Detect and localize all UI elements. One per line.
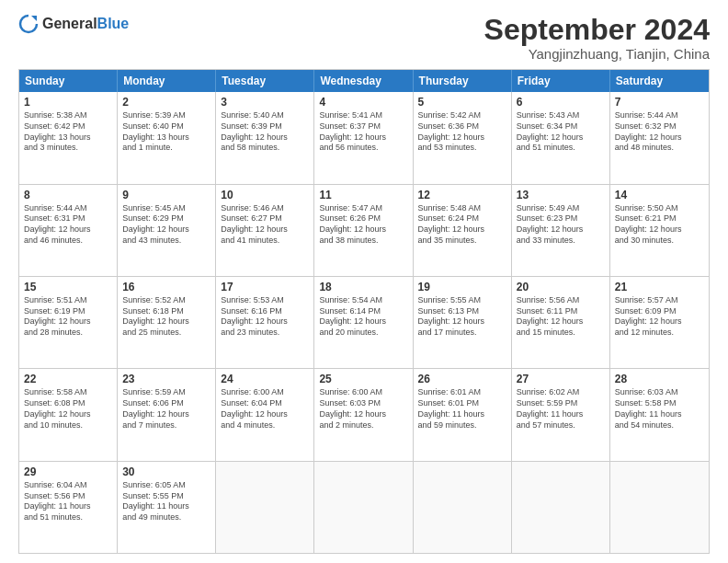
day-info: Sunrise: 5:58 AM Sunset: 6:08 PM Dayligh… <box>24 387 112 431</box>
page: GeneralBlue September 2024 Yangjinzhuang… <box>0 0 728 563</box>
calendar-cell: 7Sunrise: 5:44 AM Sunset: 6:32 PM Daylig… <box>610 92 709 183</box>
calendar-cell <box>216 462 314 553</box>
day-header-tuesday: Tuesday <box>216 70 314 92</box>
calendar-week-1: 1Sunrise: 5:38 AM Sunset: 6:42 PM Daylig… <box>19 92 709 183</box>
calendar-cell: 20Sunrise: 5:56 AM Sunset: 6:11 PM Dayli… <box>512 277 610 368</box>
day-header-thursday: Thursday <box>414 70 512 92</box>
day-number: 14 <box>615 188 704 202</box>
day-info: Sunrise: 6:05 AM Sunset: 5:55 PM Dayligh… <box>122 480 210 523</box>
day-number: 23 <box>122 372 210 386</box>
calendar-cell: 3Sunrise: 5:40 AM Sunset: 6:39 PM Daylig… <box>216 92 314 183</box>
day-info: Sunrise: 5:50 AM Sunset: 6:21 PM Dayligh… <box>615 203 704 247</box>
day-info: Sunrise: 5:44 AM Sunset: 6:32 PM Dayligh… <box>615 110 704 154</box>
day-number: 27 <box>517 372 605 386</box>
day-info: Sunrise: 6:00 AM Sunset: 6:03 PM Dayligh… <box>319 387 407 431</box>
day-number: 20 <box>517 280 605 294</box>
day-number: 17 <box>221 280 309 294</box>
calendar-week-3: 15Sunrise: 5:51 AM Sunset: 6:19 PM Dayli… <box>19 276 709 368</box>
calendar-cell: 11Sunrise: 5:47 AM Sunset: 6:26 PM Dayli… <box>314 185 413 276</box>
day-number: 29 <box>24 465 112 479</box>
day-info: Sunrise: 5:54 AM Sunset: 6:14 PM Dayligh… <box>319 295 407 339</box>
logo-icon <box>18 14 39 34</box>
calendar-cell: 16Sunrise: 5:52 AM Sunset: 6:18 PM Dayli… <box>118 277 216 368</box>
day-number: 25 <box>319 372 407 386</box>
logo: GeneralBlue <box>18 14 129 34</box>
day-info: Sunrise: 5:55 AM Sunset: 6:13 PM Dayligh… <box>418 295 506 339</box>
calendar-cell: 19Sunrise: 5:55 AM Sunset: 6:13 PM Dayli… <box>414 277 512 368</box>
day-number: 22 <box>24 372 112 386</box>
day-header-wednesday: Wednesday <box>314 70 413 92</box>
day-number: 10 <box>221 188 309 202</box>
day-header-saturday: Saturday <box>610 70 709 92</box>
calendar-cell: 26Sunrise: 6:01 AM Sunset: 6:01 PM Dayli… <box>414 369 512 460</box>
day-number: 6 <box>517 95 605 109</box>
day-number: 15 <box>24 280 112 294</box>
day-info: Sunrise: 6:00 AM Sunset: 6:04 PM Dayligh… <box>221 387 309 431</box>
calendar-cell: 15Sunrise: 5:51 AM Sunset: 6:19 PM Dayli… <box>19 277 118 368</box>
day-header-sunday: Sunday <box>19 70 118 92</box>
logo-text: GeneralBlue <box>42 16 129 32</box>
day-info: Sunrise: 5:49 AM Sunset: 6:23 PM Dayligh… <box>517 203 605 247</box>
calendar-cell: 2Sunrise: 5:39 AM Sunset: 6:40 PM Daylig… <box>118 92 216 183</box>
day-number: 21 <box>615 280 704 294</box>
calendar-cell: 10Sunrise: 5:46 AM Sunset: 6:27 PM Dayli… <box>216 185 314 276</box>
day-number: 16 <box>122 280 210 294</box>
calendar-cell <box>512 462 610 553</box>
day-number: 2 <box>122 95 210 109</box>
calendar-cell: 8Sunrise: 5:44 AM Sunset: 6:31 PM Daylig… <box>19 185 118 276</box>
calendar-header: SundayMondayTuesdayWednesdayThursdayFrid… <box>19 70 709 92</box>
day-number: 18 <box>319 280 407 294</box>
calendar-week-4: 22Sunrise: 5:58 AM Sunset: 6:08 PM Dayli… <box>19 368 709 460</box>
day-info: Sunrise: 5:39 AM Sunset: 6:40 PM Dayligh… <box>122 110 210 154</box>
location: Yangjinzhuang, Tianjin, China <box>484 46 710 62</box>
day-number: 8 <box>24 188 112 202</box>
calendar-cell: 6Sunrise: 5:43 AM Sunset: 6:34 PM Daylig… <box>512 92 610 183</box>
calendar-cell: 30Sunrise: 6:05 AM Sunset: 5:55 PM Dayli… <box>118 462 216 553</box>
day-number: 13 <box>517 188 605 202</box>
title-section: September 2024 Yangjinzhuang, Tianjin, C… <box>484 14 710 62</box>
day-number: 11 <box>319 188 407 202</box>
calendar-cell: 13Sunrise: 5:49 AM Sunset: 6:23 PM Dayli… <box>512 185 610 276</box>
day-info: Sunrise: 5:51 AM Sunset: 6:19 PM Dayligh… <box>24 295 112 339</box>
day-number: 3 <box>221 95 309 109</box>
day-info: Sunrise: 5:42 AM Sunset: 6:36 PM Dayligh… <box>418 110 506 154</box>
day-info: Sunrise: 5:52 AM Sunset: 6:18 PM Dayligh… <box>122 295 210 339</box>
calendar-cell: 17Sunrise: 5:53 AM Sunset: 6:16 PM Dayli… <box>216 277 314 368</box>
calendar-cell: 18Sunrise: 5:54 AM Sunset: 6:14 PM Dayli… <box>314 277 413 368</box>
day-header-monday: Monday <box>118 70 216 92</box>
day-number: 26 <box>418 372 506 386</box>
day-info: Sunrise: 6:04 AM Sunset: 5:56 PM Dayligh… <box>24 480 112 523</box>
calendar-cell: 27Sunrise: 6:02 AM Sunset: 5:59 PM Dayli… <box>512 369 610 460</box>
calendar-cell: 23Sunrise: 5:59 AM Sunset: 6:06 PM Dayli… <box>118 369 216 460</box>
day-info: Sunrise: 5:53 AM Sunset: 6:16 PM Dayligh… <box>221 295 309 339</box>
calendar-cell: 21Sunrise: 5:57 AM Sunset: 6:09 PM Dayli… <box>610 277 709 368</box>
day-number: 9 <box>122 188 210 202</box>
day-info: Sunrise: 5:46 AM Sunset: 6:27 PM Dayligh… <box>221 203 309 247</box>
day-number: 1 <box>24 95 112 109</box>
day-info: Sunrise: 5:57 AM Sunset: 6:09 PM Dayligh… <box>615 295 704 339</box>
day-info: Sunrise: 5:44 AM Sunset: 6:31 PM Dayligh… <box>24 203 112 247</box>
logo-blue: Blue <box>97 16 130 31</box>
calendar-cell: 12Sunrise: 5:48 AM Sunset: 6:24 PM Dayli… <box>414 185 512 276</box>
calendar: SundayMondayTuesdayWednesdayThursdayFrid… <box>18 69 710 554</box>
day-info: Sunrise: 5:41 AM Sunset: 6:37 PM Dayligh… <box>319 110 407 154</box>
day-info: Sunrise: 5:45 AM Sunset: 6:29 PM Dayligh… <box>122 203 210 247</box>
day-number: 12 <box>418 188 506 202</box>
calendar-cell: 9Sunrise: 5:45 AM Sunset: 6:29 PM Daylig… <box>118 185 216 276</box>
day-number: 5 <box>418 95 506 109</box>
calendar-week-5: 29Sunrise: 6:04 AM Sunset: 5:56 PM Dayli… <box>19 461 709 553</box>
day-info: Sunrise: 5:48 AM Sunset: 6:24 PM Dayligh… <box>418 203 506 247</box>
day-info: Sunrise: 5:43 AM Sunset: 6:34 PM Dayligh… <box>517 110 605 154</box>
day-info: Sunrise: 5:59 AM Sunset: 6:06 PM Dayligh… <box>122 387 210 431</box>
calendar-cell: 25Sunrise: 6:00 AM Sunset: 6:03 PM Dayli… <box>314 369 413 460</box>
calendar-body: 1Sunrise: 5:38 AM Sunset: 6:42 PM Daylig… <box>19 92 709 553</box>
day-info: Sunrise: 6:02 AM Sunset: 5:59 PM Dayligh… <box>517 387 605 431</box>
calendar-cell: 1Sunrise: 5:38 AM Sunset: 6:42 PM Daylig… <box>19 92 118 183</box>
day-number: 24 <box>221 372 309 386</box>
calendar-cell: 5Sunrise: 5:42 AM Sunset: 6:36 PM Daylig… <box>414 92 512 183</box>
calendar-cell: 24Sunrise: 6:00 AM Sunset: 6:04 PM Dayli… <box>216 369 314 460</box>
day-info: Sunrise: 5:38 AM Sunset: 6:42 PM Dayligh… <box>24 110 112 154</box>
calendar-cell: 22Sunrise: 5:58 AM Sunset: 6:08 PM Dayli… <box>19 369 118 460</box>
month-title: September 2024 <box>484 14 710 46</box>
day-number: 19 <box>418 280 506 294</box>
